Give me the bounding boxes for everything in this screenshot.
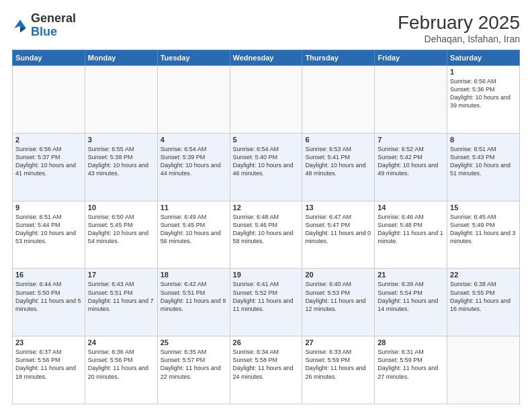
location: Dehaqan, Isfahan, Iran xyxy=(398,34,520,44)
calendar-day-cell: 23Sunrise: 6:37 AM Sunset: 5:56 PM Dayli… xyxy=(13,336,85,404)
calendar-week-row: 9Sunrise: 6:51 AM Sunset: 5:44 PM Daylig… xyxy=(13,201,520,269)
day-info: Sunrise: 6:46 AM Sunset: 5:48 PM Dayligh… xyxy=(378,213,444,246)
day-number: 9 xyxy=(15,203,82,212)
calendar-day-cell: 25Sunrise: 6:35 AM Sunset: 5:57 PM Dayli… xyxy=(157,336,230,404)
day-info: Sunrise: 6:52 AM Sunset: 5:42 PM Dayligh… xyxy=(378,145,444,178)
calendar-day-cell: 4Sunrise: 6:54 AM Sunset: 5:39 PM Daylig… xyxy=(157,133,230,201)
day-number: 21 xyxy=(378,271,444,279)
day-number: 15 xyxy=(450,203,517,212)
day-info: Sunrise: 6:34 AM Sunset: 5:58 PM Dayligh… xyxy=(233,348,300,381)
day-info: Sunrise: 6:53 AM Sunset: 5:41 PM Dayligh… xyxy=(305,145,371,178)
day-number: 24 xyxy=(88,338,154,347)
day-info: Sunrise: 6:56 AM Sunset: 5:36 PM Dayligh… xyxy=(450,77,517,110)
calendar-header-row: SundayMondayTuesdayWednesdayThursdayFrid… xyxy=(13,50,520,66)
logo-blue: Blue xyxy=(31,25,57,38)
day-info: Sunrise: 6:47 AM Sunset: 5:47 PM Dayligh… xyxy=(305,213,371,246)
calendar-day-cell: 26Sunrise: 6:34 AM Sunset: 5:58 PM Dayli… xyxy=(230,336,302,404)
logo-icon xyxy=(12,17,28,34)
day-number: 20 xyxy=(305,271,371,279)
day-number: 6 xyxy=(305,136,371,144)
day-number: 7 xyxy=(378,136,444,144)
calendar-week-row: 16Sunrise: 6:44 AM Sunset: 5:50 PM Dayli… xyxy=(13,269,520,336)
day-number: 2 xyxy=(15,136,82,144)
calendar-day-header: Thursday xyxy=(302,50,375,66)
calendar-day-cell: 5Sunrise: 6:54 AM Sunset: 5:40 PM Daylig… xyxy=(230,133,302,201)
day-info: Sunrise: 6:36 AM Sunset: 5:56 PM Dayligh… xyxy=(88,348,154,381)
calendar-day-cell: 2Sunrise: 6:56 AM Sunset: 5:37 PM Daylig… xyxy=(13,133,85,201)
day-number: 5 xyxy=(233,136,300,144)
day-info: Sunrise: 6:39 AM Sunset: 5:54 PM Dayligh… xyxy=(378,280,444,313)
day-info: Sunrise: 6:49 AM Sunset: 5:45 PM Dayligh… xyxy=(161,213,227,246)
day-info: Sunrise: 6:38 AM Sunset: 5:55 PM Dayligh… xyxy=(450,280,517,313)
calendar-day-cell: 19Sunrise: 6:41 AM Sunset: 5:52 PM Dayli… xyxy=(230,269,302,336)
day-number: 3 xyxy=(88,136,154,144)
day-info: Sunrise: 6:40 AM Sunset: 5:53 PM Dayligh… xyxy=(305,280,371,313)
empty-cell xyxy=(230,66,302,134)
calendar-day-cell: 27Sunrise: 6:33 AM Sunset: 5:59 PM Dayli… xyxy=(302,336,375,404)
day-info: Sunrise: 6:43 AM Sunset: 5:51 PM Dayligh… xyxy=(88,280,154,313)
day-info: Sunrise: 6:45 AM Sunset: 5:49 PM Dayligh… xyxy=(450,213,517,246)
day-number: 19 xyxy=(233,271,300,279)
calendar-day-cell: 10Sunrise: 6:50 AM Sunset: 5:45 PM Dayli… xyxy=(85,201,157,269)
calendar-day-cell: 6Sunrise: 6:53 AM Sunset: 5:41 PM Daylig… xyxy=(302,133,375,201)
day-number: 25 xyxy=(161,338,227,347)
day-info: Sunrise: 6:54 AM Sunset: 5:39 PM Dayligh… xyxy=(161,145,227,178)
calendar-day-cell: 15Sunrise: 6:45 AM Sunset: 5:49 PM Dayli… xyxy=(447,201,520,269)
calendar-day-cell: 20Sunrise: 6:40 AM Sunset: 5:53 PM Dayli… xyxy=(302,269,375,336)
day-number: 11 xyxy=(161,203,227,212)
calendar: SundayMondayTuesdayWednesdayThursdayFrid… xyxy=(12,50,520,404)
day-number: 13 xyxy=(305,203,371,212)
calendar-day-cell: 8Sunrise: 6:51 AM Sunset: 5:43 PM Daylig… xyxy=(447,133,520,201)
day-info: Sunrise: 6:42 AM Sunset: 5:51 PM Dayligh… xyxy=(161,280,227,313)
header: General Blue February 2025 Dehaqan, Isfa… xyxy=(12,12,520,44)
calendar-day-cell: 16Sunrise: 6:44 AM Sunset: 5:50 PM Dayli… xyxy=(13,269,85,336)
calendar-day-cell: 21Sunrise: 6:39 AM Sunset: 5:54 PM Dayli… xyxy=(375,269,447,336)
calendar-day-header: Sunday xyxy=(13,50,85,66)
day-number: 4 xyxy=(161,136,227,144)
calendar-week-row: 1Sunrise: 6:56 AM Sunset: 5:36 PM Daylig… xyxy=(13,66,520,134)
calendar-day-cell: 9Sunrise: 6:51 AM Sunset: 5:44 PM Daylig… xyxy=(13,201,85,269)
day-info: Sunrise: 6:48 AM Sunset: 5:46 PM Dayligh… xyxy=(233,213,300,246)
day-number: 26 xyxy=(233,338,300,347)
day-info: Sunrise: 6:35 AM Sunset: 5:57 PM Dayligh… xyxy=(161,348,227,381)
empty-cell xyxy=(157,66,230,134)
calendar-week-row: 23Sunrise: 6:37 AM Sunset: 5:56 PM Dayli… xyxy=(13,336,520,404)
day-info: Sunrise: 6:51 AM Sunset: 5:44 PM Dayligh… xyxy=(15,213,82,246)
calendar-day-header: Saturday xyxy=(447,50,520,66)
calendar-day-cell: 14Sunrise: 6:46 AM Sunset: 5:48 PM Dayli… xyxy=(375,201,447,269)
day-info: Sunrise: 6:54 AM Sunset: 5:40 PM Dayligh… xyxy=(233,145,300,178)
day-number: 22 xyxy=(450,271,517,279)
day-number: 16 xyxy=(15,271,82,279)
empty-cell xyxy=(13,66,85,134)
calendar-day-header: Tuesday xyxy=(157,50,230,66)
calendar-day-cell: 24Sunrise: 6:36 AM Sunset: 5:56 PM Dayli… xyxy=(85,336,157,404)
empty-cell xyxy=(447,336,520,404)
day-info: Sunrise: 6:56 AM Sunset: 5:37 PM Dayligh… xyxy=(15,145,82,178)
title-block: February 2025 Dehaqan, Isfahan, Iran xyxy=(398,12,520,44)
day-number: 28 xyxy=(378,338,444,347)
calendar-day-cell: 1Sunrise: 6:56 AM Sunset: 5:36 PM Daylig… xyxy=(447,66,520,134)
day-info: Sunrise: 6:41 AM Sunset: 5:52 PM Dayligh… xyxy=(233,280,300,313)
calendar-day-cell: 22Sunrise: 6:38 AM Sunset: 5:55 PM Dayli… xyxy=(447,269,520,336)
calendar-day-cell: 13Sunrise: 6:47 AM Sunset: 5:47 PM Dayli… xyxy=(302,201,375,269)
month-year: February 2025 xyxy=(398,12,520,34)
day-info: Sunrise: 6:44 AM Sunset: 5:50 PM Dayligh… xyxy=(15,280,82,313)
empty-cell xyxy=(375,66,447,134)
day-number: 1 xyxy=(450,68,517,76)
calendar-day-header: Friday xyxy=(375,50,447,66)
calendar-week-row: 2Sunrise: 6:56 AM Sunset: 5:37 PM Daylig… xyxy=(13,133,520,201)
calendar-day-header: Monday xyxy=(85,50,157,66)
empty-cell xyxy=(302,66,375,134)
day-number: 10 xyxy=(88,203,154,212)
day-info: Sunrise: 6:55 AM Sunset: 5:38 PM Dayligh… xyxy=(88,145,154,178)
calendar-day-cell: 11Sunrise: 6:49 AM Sunset: 5:45 PM Dayli… xyxy=(157,201,230,269)
day-info: Sunrise: 6:51 AM Sunset: 5:43 PM Dayligh… xyxy=(450,145,517,178)
day-number: 18 xyxy=(161,271,227,279)
calendar-day-cell: 3Sunrise: 6:55 AM Sunset: 5:38 PM Daylig… xyxy=(85,133,157,201)
calendar-day-cell: 12Sunrise: 6:48 AM Sunset: 5:46 PM Dayli… xyxy=(230,201,302,269)
calendar-day-cell: 17Sunrise: 6:43 AM Sunset: 5:51 PM Dayli… xyxy=(85,269,157,336)
day-info: Sunrise: 6:31 AM Sunset: 5:59 PM Dayligh… xyxy=(378,348,444,381)
day-number: 12 xyxy=(233,203,300,212)
day-number: 23 xyxy=(15,338,82,347)
empty-cell xyxy=(85,66,157,134)
